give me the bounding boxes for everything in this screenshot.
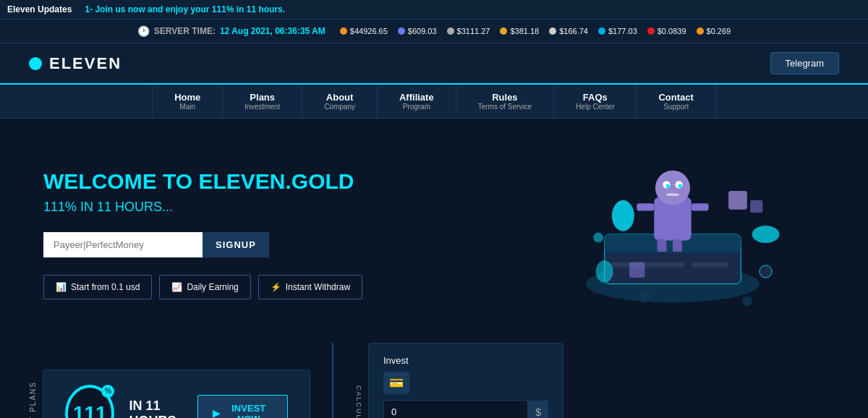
logo: ELEVEN — [29, 54, 122, 73]
crypto-btc2: $0.269 — [697, 27, 731, 35]
telegram-button[interactable]: Telegram — [770, 52, 839, 74]
signup-button[interactable]: SIGNUP — [203, 232, 269, 257]
svg-rect-21 — [629, 263, 644, 278]
lightning-icon: ⚡ — [271, 282, 281, 292]
svg-rect-13 — [692, 203, 709, 210]
crypto-pm2: $166.74 — [549, 27, 588, 35]
percent-value: 111 — [73, 402, 107, 419]
svg-point-24 — [639, 290, 651, 302]
nav-about[interactable]: About Company — [302, 85, 378, 118]
ticker-message: 1- Join us now and enjoy your 111% in 11… — [85, 4, 285, 14]
hero-left: WELCOME TO ELEVEN.GOLD 111% IN 11 HOURS.… — [43, 169, 362, 299]
svg-point-16 — [612, 200, 634, 231]
daily-earning-button[interactable]: 📈 Daily Earning — [159, 275, 250, 299]
hero-subtitle: 111% IN 11 HOURS... — [43, 200, 362, 215]
hours-label: IN 11 HOURS — [129, 398, 197, 419]
vertical-divider — [332, 343, 333, 418]
server-bar: 🕐 SERVER TIME: 12 Aug 2021, 06:36:35 AM … — [0, 20, 868, 43]
svg-rect-4 — [692, 263, 728, 268]
calculate-section: CALCULATE PROFIT Invest 💳 $ DAILY $0.00 … — [355, 343, 563, 418]
investment-section: INVESTMENT PLANS 111 % IN 11 HOURS ▶ INV… — [0, 343, 868, 418]
svg-point-22 — [593, 232, 603, 242]
server-time: 🕐 SERVER TIME: 12 Aug 2021, 06:36:35 AM — [137, 25, 326, 37]
nav-affiliate[interactable]: Affiliate Program — [378, 85, 456, 118]
svg-rect-11 — [666, 193, 678, 195]
calculate-box: Invest 💳 $ DAILY $0.00 WEEKLY $0.00 M — [368, 343, 563, 418]
start-from-button[interactable]: 📊 Start from 0.1 usd — [43, 275, 152, 299]
ticker-brand: Eleven Updates — [7, 4, 72, 14]
hero-action-buttons: 📊 Start from 0.1 usd 📈 Daily Earning ⚡ I… — [43, 275, 362, 299]
signup-input[interactable] — [43, 232, 203, 257]
investment-card: 111 % IN 11 HOURS ▶ INVEST NOW ● Min Dep… — [43, 370, 310, 419]
nav-faqs[interactable]: FAQs Help Center — [554, 85, 637, 118]
invest-amount-input[interactable] — [383, 400, 528, 418]
nav-home[interactable]: Home Main — [152, 85, 223, 118]
server-time-value: 12 Aug 2021, 06:36:35 AM — [220, 26, 326, 36]
percent-circle: 111 % — [65, 385, 114, 419]
dollar-icon: $ — [528, 401, 548, 419]
investment-card-top: 111 % IN 11 HOURS ▶ INVEST NOW — [65, 385, 288, 419]
hero-illustration — [521, 148, 825, 321]
instant-withdraw-button[interactable]: ⚡ Instant Withdraw — [258, 275, 362, 299]
crypto-ltc: $3111.27 — [447, 27, 490, 35]
investment-plans-label: INVESTMENT PLANS — [29, 381, 37, 418]
earning-icon: 📈 — [171, 282, 182, 292]
investment-plans-area: INVESTMENT PLANS 111 % IN 11 HOURS ▶ INV… — [29, 343, 310, 418]
nav-rules[interactable]: Rules Terms of Service — [456, 85, 554, 118]
logo-text: ELEVEN — [49, 54, 122, 73]
invest-input-row: $ — [383, 400, 548, 418]
svg-point-10 — [678, 184, 682, 188]
crypto-doge: $0.0839 — [647, 27, 686, 35]
chart-icon: 📊 — [56, 282, 67, 292]
invest-now-button[interactable]: ▶ INVEST NOW — [197, 395, 288, 419]
crypto-xrp: $177.03 — [598, 27, 637, 35]
server-time-label: SERVER TIME: — [154, 26, 216, 36]
calculate-label: CALCULATE PROFIT — [355, 385, 362, 418]
ticker-bar: Eleven Updates 1- Join us now and enjoy … — [0, 0, 868, 20]
svg-rect-12 — [637, 203, 654, 210]
hero-title: WELCOME TO ELEVEN.GOLD — [43, 169, 362, 194]
percent-icon: % — [101, 385, 114, 398]
crypto-pm1: $381.18 — [500, 27, 539, 35]
logo-dot — [29, 57, 42, 70]
svg-point-23 — [760, 265, 772, 278]
svg-rect-20 — [750, 200, 762, 213]
svg-rect-3 — [610, 263, 685, 268]
nav-contact[interactable]: Contact Support — [637, 85, 715, 118]
arrow-icon: ▶ — [213, 408, 220, 418]
svg-point-9 — [666, 184, 670, 188]
svg-rect-19 — [728, 191, 747, 210]
crypto-eth: $609.03 — [398, 27, 437, 35]
svg-rect-15 — [673, 239, 682, 252]
invest-label: Invest — [383, 355, 548, 366]
svg-point-6 — [655, 171, 690, 205]
crypto-btc: $44926.65 — [340, 27, 388, 35]
hero-input-row: SIGNUP — [43, 232, 362, 257]
header: ELEVEN Telegram — [0, 43, 868, 85]
navigation: Home Main Plans Investment About Company… — [0, 85, 868, 119]
svg-point-18 — [596, 260, 613, 283]
hero-section: WELCOME TO ELEVEN.GOLD 111% IN 11 HOURS.… — [0, 119, 868, 343]
svg-rect-14 — [658, 239, 667, 252]
nav-plans[interactable]: Plans Investment — [223, 85, 302, 118]
svg-point-25 — [742, 297, 752, 307]
svg-point-17 — [752, 226, 780, 243]
invest-icon: 💳 — [383, 372, 409, 394]
crypto-prices: $44926.65 $609.03 $3111.27 $381.18 $166.… — [340, 27, 731, 35]
